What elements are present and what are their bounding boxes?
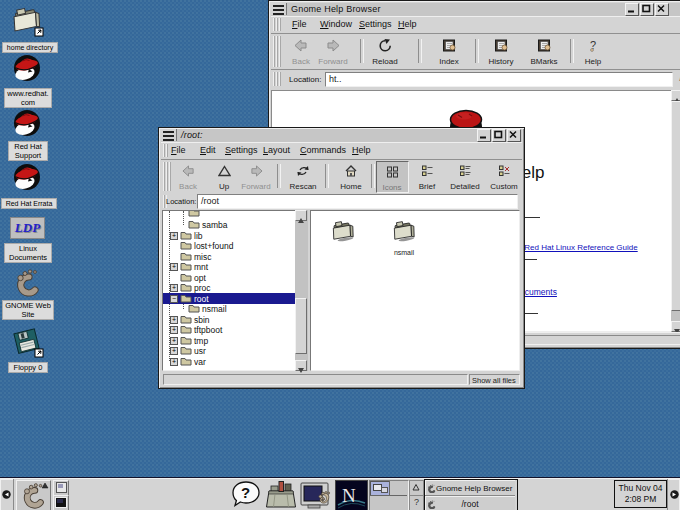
- svg-text:N: N: [342, 485, 356, 506]
- svg-text:?: ?: [241, 484, 250, 501]
